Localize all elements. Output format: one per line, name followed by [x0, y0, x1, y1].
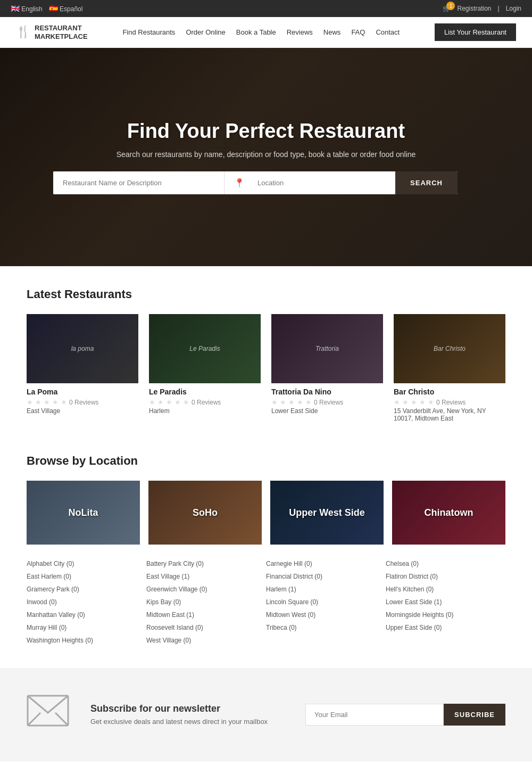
top-bar: 🇬🇧 English 🇪🇸 Español 🛒 1 Registration |…: [0, 0, 532, 17]
newsletter-envelope-icon: [27, 695, 69, 734]
newsletter-text: Subscribe for our newsletter Get exclusi…: [90, 703, 284, 726]
search-input[interactable]: [53, 171, 224, 194]
register-link[interactable]: Registration: [457, 5, 491, 12]
restaurant-name: Le Paradis: [149, 388, 261, 396]
location-label-chinatown: Chinatown: [392, 481, 505, 545]
hero-content: Find Your Perfect Restaurant Search our …: [53, 120, 479, 194]
location-label-upperwest: Upper West Side: [270, 481, 384, 545]
search-bar: 📍 SEARCH: [53, 171, 458, 194]
rating-stars: ★ ★ ★ ★ ★ 0 Reviews: [271, 398, 383, 406]
nav-contact[interactable]: Contact: [376, 28, 400, 36]
loc-link[interactable]: Battery Park City (0): [146, 557, 266, 570]
footer: Quick Links Find Restaurants Book a Tabl…: [0, 761, 532, 766]
newsletter-email-input[interactable]: [305, 704, 444, 726]
restaurant-image-leparadis: Le Paradis: [149, 314, 261, 383]
location-label-nolita: NoLita: [27, 481, 140, 545]
location-card-nolita[interactable]: NoLita: [27, 481, 140, 545]
restaurant-card-leparadis[interactable]: Le Paradis Le Paradis ★ ★ ★ ★ ★ 0 Review…: [149, 314, 261, 422]
rating-stars: ★ ★ ★ ★ ★ 0 Reviews: [394, 398, 505, 406]
location-links-grid: Alphabet City (0) East Harlem (0) Gramer…: [27, 557, 505, 647]
cart-icon[interactable]: 🛒 1: [443, 5, 451, 12]
hero-subtitle: Search our restaurants by name, descript…: [53, 150, 479, 159]
loc-link[interactable]: Inwood (0): [27, 596, 146, 608]
loc-link[interactable]: Carnegie Hill (0): [266, 557, 386, 570]
location-input-wrapper: 📍: [224, 171, 395, 194]
location-col-2: Battery Park City (0) East Village (1) G…: [146, 557, 266, 647]
loc-link[interactable]: Harlem (1): [266, 583, 386, 596]
loc-link[interactable]: Midtown West (0): [266, 608, 386, 621]
svg-line-1: [28, 713, 40, 726]
loc-link[interactable]: Murray Hill (0): [27, 621, 146, 634]
nav-reviews[interactable]: Reviews: [287, 28, 313, 36]
logo-line2: MARKETPLACE: [35, 32, 88, 41]
loc-link[interactable]: Gramercy Park (0): [27, 583, 146, 596]
reviews-count: 0 Reviews: [314, 399, 343, 406]
location-card-upperwest[interactable]: Upper West Side: [270, 481, 384, 545]
login-link[interactable]: Login: [506, 5, 521, 12]
lang-en[interactable]: 🇬🇧 English: [11, 4, 43, 13]
restaurant-name: La Poma: [27, 388, 138, 396]
star-3: ★: [44, 398, 50, 406]
restaurant-card-lapoma[interactable]: la poma La Poma ★ ★ ★ ★ ★ 0 Reviews East…: [27, 314, 138, 422]
loc-link[interactable]: Roosevelt Island (0): [146, 621, 266, 634]
loc-link[interactable]: West Village (0): [146, 634, 266, 647]
loc-link[interactable]: Midtown East (1): [146, 608, 266, 621]
loc-link[interactable]: Flatiron District (0): [386, 570, 505, 583]
location-pin-icon: 📍: [234, 178, 245, 188]
loc-link[interactable]: Financial District (0): [266, 570, 386, 583]
restaurant-card-trattoria[interactable]: Trattoria Trattoria Da Nino ★ ★ ★ ★ ★ 0 …: [271, 314, 383, 422]
restaurant-card-barchristo[interactable]: Bar Christo Bar Christo ★ ★ ★ ★ ★ 0 Revi…: [394, 314, 505, 422]
loc-link[interactable]: Tribeca (0): [266, 621, 386, 634]
star-2: ★: [35, 398, 41, 406]
reviews-count: 0 Reviews: [69, 399, 98, 406]
loc-link[interactable]: East Village (1): [146, 570, 266, 583]
latest-restaurants-section: Latest Restaurants la poma La Poma ★ ★ ★…: [0, 266, 532, 443]
list-restaurant-button[interactable]: List Your Restaurant: [435, 23, 516, 41]
subscribe-button[interactable]: SUBCRIBE: [444, 704, 505, 726]
reviews-count: 0 Reviews: [192, 399, 221, 406]
loc-link[interactable]: Kips Bay (0): [146, 596, 266, 608]
location-grid: NoLita SoHo Upper West Side Chinatown: [27, 481, 505, 545]
hero-title: Find Your Perfect Restaurant: [53, 120, 479, 143]
newsletter-section: Subscribe for our newsletter Get exclusi…: [0, 668, 532, 761]
rating-stars: ★ ★ ★ ★ ★ 0 Reviews: [27, 398, 138, 406]
nav-faq[interactable]: FAQ: [351, 28, 365, 36]
restaurant-location: Lower East Side: [271, 407, 383, 415]
loc-link[interactable]: Upper East Side (0): [386, 621, 505, 634]
location-input[interactable]: [248, 171, 386, 194]
lang-es[interactable]: 🇪🇸 Español: [49, 4, 83, 13]
loc-link[interactable]: Manhattan Valley (0): [27, 608, 146, 621]
restaurant-name: Trattoria Da Nino: [271, 388, 383, 396]
loc-link[interactable]: Lower East Side (1): [386, 596, 505, 608]
loc-link[interactable]: Lincoln Square (0): [266, 596, 386, 608]
location-col-3: Carnegie Hill (0) Financial District (0)…: [266, 557, 386, 647]
newsletter-desc: Get exclusive deals and latest news dire…: [90, 718, 284, 726]
loc-link[interactable]: Chelsea (0): [386, 557, 505, 570]
loc-link[interactable]: Hell's Kitchen (0): [386, 583, 505, 596]
header: 🍴 RESTAURANT MARKETPLACE Find Restaurant…: [0, 17, 532, 48]
loc-link[interactable]: East Harlem (0): [27, 570, 146, 583]
nav-news[interactable]: News: [323, 28, 341, 36]
loc-link[interactable]: Alphabet City (0): [27, 557, 146, 570]
loc-link[interactable]: Washington Heights (0): [27, 634, 146, 647]
search-button[interactable]: SEARCH: [395, 171, 458, 194]
nav-book[interactable]: Book a Table: [236, 28, 276, 36]
location-card-chinatown[interactable]: Chinatown: [392, 481, 505, 545]
browse-location-section: Browse by Location NoLita SoHo Upper Wes…: [0, 443, 532, 668]
loc-link[interactable]: Morningside Heights (0): [386, 608, 505, 621]
latest-restaurants-title: Latest Restaurants: [27, 287, 505, 301]
restaurant-location: East Village: [27, 407, 138, 415]
loc-link[interactable]: Greenwich Village (0): [146, 583, 266, 596]
hero-section: Find Your Perfect Restaurant Search our …: [0, 48, 532, 266]
nav-find[interactable]: Find Restaurants: [122, 28, 175, 36]
language-selector: 🇬🇧 English 🇪🇸 Español: [11, 4, 82, 13]
nav-order[interactable]: Order Online: [186, 28, 225, 36]
restaurant-location: Harlem: [149, 407, 261, 415]
star-4: ★: [52, 398, 59, 406]
logo[interactable]: 🍴 RESTAURANT MARKETPLACE: [16, 24, 88, 40]
location-card-soho[interactable]: SoHo: [148, 481, 262, 545]
restaurant-image-trattoria: Trattoria: [271, 314, 383, 383]
restaurant-name: Bar Christo: [394, 388, 505, 396]
top-bar-right: 🛒 1 Registration | Login: [443, 5, 521, 12]
logo-line1: RESTAURANT: [35, 24, 88, 32]
